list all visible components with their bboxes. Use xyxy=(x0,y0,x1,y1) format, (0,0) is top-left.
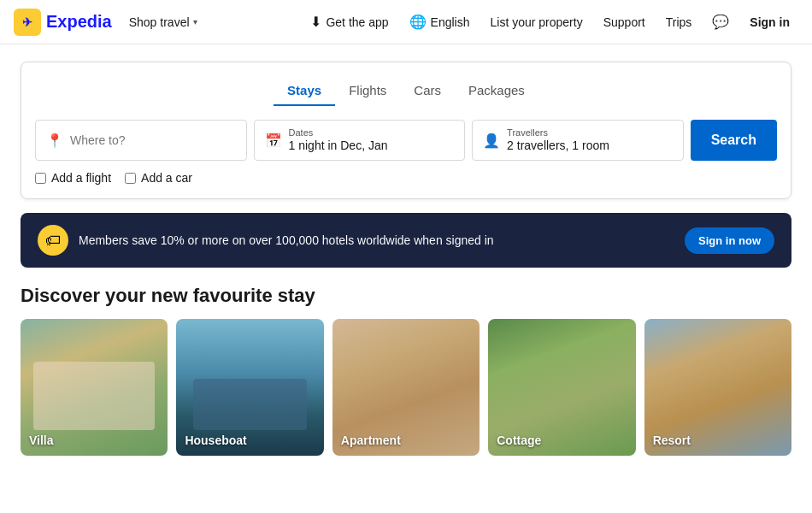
members-banner: 🏷 Members save 10% or more on over 100,0… xyxy=(21,213,791,268)
property-card-resort[interactable]: Resort xyxy=(644,319,791,456)
banner-sign-in-button[interactable]: Sign in now xyxy=(685,227,774,254)
language-label: English xyxy=(431,15,470,29)
add-car-label: Add a car xyxy=(141,171,192,185)
houseboat-label: Houseboat xyxy=(185,433,246,447)
dates-field[interactable]: 📅 Dates 1 night in Dec, Jan xyxy=(254,120,466,161)
get-app-label: Get the app xyxy=(326,15,388,29)
travellers-content: Travellers 2 travellers, 1 room xyxy=(507,127,609,153)
list-property-label: List your property xyxy=(491,15,583,29)
discount-icon: 🏷 xyxy=(38,225,68,256)
sign-in-label: Sign in xyxy=(750,15,790,29)
chevron-down-icon: ▾ xyxy=(193,17,197,27)
destination-field[interactable]: 📍 Where to? xyxy=(35,120,247,161)
travellers-label: Travellers xyxy=(507,127,609,139)
search-fields: 📍 Where to? 📅 Dates 1 night in Dec, Jan … xyxy=(35,120,777,161)
tab-stays[interactable]: Stays xyxy=(274,76,335,106)
messages-button[interactable]: 💬 xyxy=(703,9,738,35)
message-icon: 💬 xyxy=(712,14,729,30)
get-app-button[interactable]: ⬇ Get the app xyxy=(302,9,397,35)
logo-text: Expedia xyxy=(46,12,112,32)
shop-travel-menu[interactable]: Shop travel ▾ xyxy=(122,10,204,34)
download-icon: ⬇ xyxy=(310,14,321,30)
support-label: Support xyxy=(603,15,645,29)
extras-row: Add a flight Add a car xyxy=(35,171,777,185)
search-tabs: Stays Flights Cars Packages xyxy=(35,76,777,106)
shop-travel-label: Shop travel xyxy=(129,15,190,29)
search-button-label: Search xyxy=(711,133,756,147)
property-cards: Villa Houseboat Apartment Cottage Resort xyxy=(21,319,791,456)
add-flight-input[interactable] xyxy=(35,173,46,184)
banner-cta-label: Sign in now xyxy=(698,234,761,247)
apartment-label: Apartment xyxy=(341,433,401,447)
person-icon: 👤 xyxy=(483,133,500,149)
search-widget: Stays Flights Cars Packages 📍 Where to? … xyxy=(21,62,791,199)
list-property-button[interactable]: List your property xyxy=(482,10,591,34)
banner-text: Members save 10% or more on over 100,000… xyxy=(79,233,674,247)
property-card-apartment[interactable]: Apartment xyxy=(332,319,480,456)
discover-section: Discover your new favourite stay Villa H… xyxy=(21,285,791,456)
travellers-field[interactable]: 👤 Travellers 2 travellers, 1 room xyxy=(472,120,684,161)
logo-area: ✈ Expedia xyxy=(14,9,112,36)
trips-label: Trips xyxy=(666,15,692,29)
calendar-icon: 📅 xyxy=(265,133,282,149)
property-card-cottage[interactable]: Cottage xyxy=(488,319,635,456)
add-flight-label: Add a flight xyxy=(51,171,111,185)
language-button[interactable]: 🌐 English xyxy=(401,9,479,35)
trips-button[interactable]: Trips xyxy=(657,10,701,34)
add-car-checkbox[interactable]: Add a car xyxy=(125,171,192,185)
add-flight-checkbox[interactable]: Add a flight xyxy=(35,171,111,185)
villa-label: Villa xyxy=(29,433,54,447)
expedia-logo-icon: ✈ xyxy=(14,9,41,36)
cottage-label: Cottage xyxy=(497,433,541,447)
add-car-input[interactable] xyxy=(125,173,136,184)
dates-label: Dates xyxy=(289,127,388,139)
location-icon: 📍 xyxy=(46,133,63,149)
destination-placeholder: Where to? xyxy=(70,133,126,147)
header: ✈ Expedia Shop travel ▾ ⬇ Get the app 🌐 … xyxy=(0,0,812,44)
tab-packages[interactable]: Packages xyxy=(455,76,538,106)
dates-content: Dates 1 night in Dec, Jan xyxy=(289,127,388,153)
resort-label: Resort xyxy=(653,433,691,447)
dates-value: 1 night in Dec, Jan xyxy=(289,139,388,153)
tab-cars[interactable]: Cars xyxy=(400,76,455,106)
support-button[interactable]: Support xyxy=(595,10,654,34)
property-card-houseboat[interactable]: Houseboat xyxy=(176,319,323,456)
globe-icon: 🌐 xyxy=(409,14,427,30)
header-actions: ⬇ Get the app 🌐 English List your proper… xyxy=(302,9,798,35)
sign-in-button[interactable]: Sign in xyxy=(741,10,798,34)
property-card-villa[interactable]: Villa xyxy=(21,319,168,456)
tab-flights[interactable]: Flights xyxy=(335,76,400,106)
discover-title: Discover your new favourite stay xyxy=(21,285,791,307)
travellers-value: 2 travellers, 1 room xyxy=(507,139,609,153)
main-content: Stays Flights Cars Packages 📍 Where to? … xyxy=(0,44,812,469)
search-button[interactable]: Search xyxy=(691,120,777,161)
